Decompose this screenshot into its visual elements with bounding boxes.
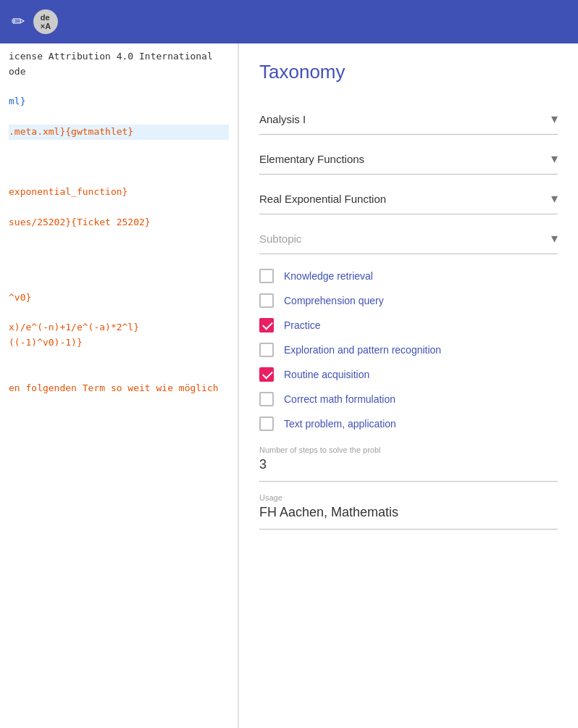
steps-label: Number of steps to solve the probl xyxy=(259,445,558,454)
checkbox-box-0[interactable] xyxy=(259,269,274,283)
checkbox-box-6[interactable] xyxy=(259,417,274,431)
left-panel: icense Attribution 4.0 Internationalode … xyxy=(0,43,239,728)
code-line xyxy=(9,109,229,125)
code-line xyxy=(9,351,229,366)
checkbox-box-3[interactable] xyxy=(259,343,274,357)
code-line xyxy=(9,230,229,246)
code-line xyxy=(9,275,229,290)
checkbox-label-4: Routine acquisition xyxy=(284,369,369,380)
checkbox-item-6[interactable]: Text problem, application xyxy=(259,417,558,431)
dropdown-label-1: Elementary Functions xyxy=(259,153,364,165)
code-line: ode xyxy=(9,64,229,80)
checkbox-item-3[interactable]: Exploration and pattern recognition xyxy=(259,343,558,357)
topbar: ✏ de×A xyxy=(0,0,578,43)
checkbox-list: Knowledge retrievalComprehension queryPr… xyxy=(259,269,558,431)
checkbox-item-0[interactable]: Knowledge retrieval xyxy=(259,269,558,283)
dropdown-label-2: Real Exponential Function xyxy=(259,193,386,205)
usage-label: Usage xyxy=(259,493,558,502)
code-line: ^v0} xyxy=(9,290,229,306)
checkbox-item-4[interactable]: Routine acquisition xyxy=(259,367,558,382)
dropdown-label-0: Analysis I xyxy=(259,113,306,125)
dropdown-row-0[interactable]: Analysis I▾ xyxy=(259,101,558,135)
edit-icon[interactable]: ✏ xyxy=(12,12,25,31)
usage-section: Usage FH Aachen, Mathematis xyxy=(259,493,558,530)
checkbox-label-1: Comprehension query xyxy=(284,295,384,306)
main-layout: icense Attribution 4.0 Internationalode … xyxy=(0,43,578,728)
dropdown-arrow-icon-0: ▾ xyxy=(551,111,558,127)
code-line xyxy=(9,170,229,185)
checkbox-item-2[interactable]: Practice xyxy=(259,318,558,332)
code-line: sues/25202}{Ticket 25202} xyxy=(9,215,229,230)
code-line: .meta.xml}{gwtmathlet} xyxy=(9,125,229,140)
code-line xyxy=(9,306,229,321)
checkbox-label-2: Practice xyxy=(284,319,321,331)
usage-value: FH Aachen, Mathematis xyxy=(259,505,558,520)
checkbox-item-5[interactable]: Correct math formulation xyxy=(259,392,558,406)
code-line xyxy=(9,155,229,170)
code-line xyxy=(9,366,229,381)
dropdown-row-3[interactable]: Subtopic▾ xyxy=(259,220,558,254)
checkbox-label-6: Text problem, application xyxy=(284,418,396,430)
dropdown-row-2[interactable]: Real Exponential Function▾ xyxy=(259,180,558,214)
code-line: x)/e^(-n)+1/e^(-a)*2^l} xyxy=(9,320,229,335)
code-line: en folgenden Term so weit wie möglich xyxy=(9,381,229,396)
dropdown-arrow-icon-3: ▾ xyxy=(551,230,558,246)
code-line xyxy=(9,80,229,95)
checkbox-label-5: Correct math formulation xyxy=(284,393,395,405)
checkbox-item-1[interactable]: Comprehension query xyxy=(259,293,558,308)
taxonomy-title: Taxonomy xyxy=(259,61,558,83)
code-line xyxy=(9,260,229,275)
dropdown-row-1[interactable]: Elementary Functions▾ xyxy=(259,141,558,175)
checkbox-box-1[interactable] xyxy=(259,293,274,308)
checkbox-box-2[interactable] xyxy=(259,318,274,332)
checkbox-box-4[interactable] xyxy=(259,367,274,382)
code-line: ml} xyxy=(9,94,229,109)
right-panel: Taxonomy Analysis I▾Elementary Functions… xyxy=(239,43,578,728)
steps-value: 3 xyxy=(259,457,558,472)
code-line xyxy=(9,140,229,155)
code-line: icense Attribution 4.0 International xyxy=(9,49,229,64)
code-line xyxy=(9,200,229,215)
checkbox-label-3: Exploration and pattern recognition xyxy=(284,344,441,356)
code-line: ((-1)^v0)-1)} xyxy=(9,335,229,351)
code-line: exponential_function} xyxy=(9,185,229,200)
checkbox-label-0: Knowledge retrieval xyxy=(284,270,373,282)
dropdown-arrow-icon-2: ▾ xyxy=(551,191,558,206)
dropdown-arrow-icon-1: ▾ xyxy=(551,151,558,167)
dropdown-label-3: Subtopic xyxy=(259,233,301,245)
code-line xyxy=(9,245,229,260)
steps-field-section: Number of steps to solve the probl 3 xyxy=(259,445,558,482)
language-badge[interactable]: de×A xyxy=(33,9,58,34)
checkbox-box-5[interactable] xyxy=(259,392,274,406)
dropdowns-container: Analysis I▾Elementary Functions▾Real Exp… xyxy=(259,101,558,254)
